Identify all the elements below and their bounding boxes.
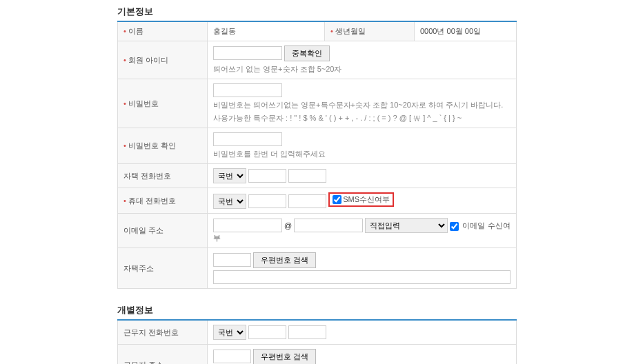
email-label: 이메일 주소 — [118, 214, 208, 248]
birth-value: 0000년 00월 00일 — [415, 21, 517, 41]
home-phone-last-input[interactable] — [288, 169, 326, 183]
work-phone-last-input[interactable] — [288, 325, 326, 339]
address-label: 자택주소 — [118, 248, 208, 289]
individual-info-title: 개별정보 — [117, 299, 517, 319]
work-zipcode-input[interactable] — [213, 350, 251, 363]
work-phone-label: 근무지 전화번호 — [118, 320, 208, 345]
sms-label: SMS수신여부 — [343, 194, 390, 205]
password-hint1: 비밀번호는 띄어쓰기없는 영문+특수문자+숫자 조합 10~20자로 하여 주시… — [213, 100, 511, 110]
email-domain-input[interactable] — [294, 219, 363, 232]
email-at: @ — [284, 221, 292, 230]
member-id-input[interactable] — [213, 46, 282, 60]
basic-info-table: 이름 홍길동 생년월일 0000년 00월 00일 회원 아이디 중복확인 띄어… — [117, 21, 517, 289]
name-value: 홍길동 — [208, 21, 325, 41]
home-phone-mid-input[interactable] — [248, 169, 286, 183]
sms-highlight: SMS수신여부 — [328, 192, 394, 207]
mobile-phone-last-input[interactable] — [288, 194, 326, 208]
password-confirm-input[interactable] — [213, 132, 282, 146]
check-duplicate-button[interactable]: 중복확인 — [284, 46, 330, 61]
member-id-label: 회원 아이디 — [118, 41, 208, 79]
mobile-phone-mid-input[interactable] — [248, 194, 286, 208]
zipcode-search-button[interactable]: 우편번호 검색 — [253, 252, 316, 268]
birth-label: 생년월일 — [325, 21, 415, 41]
address-detail-input[interactable] — [213, 270, 511, 284]
password-hint2: 사용가능한 특수문자 : ! " ! $ % & ' ( ) + + , - .… — [213, 113, 511, 123]
sms-checkbox[interactable] — [333, 195, 341, 204]
email-receive-checkbox[interactable] — [450, 222, 459, 231]
email-domain-select[interactable]: 직접입력 — [365, 218, 448, 233]
mobile-phone-area-select[interactable]: 국번 — [213, 194, 246, 209]
home-phone-area-select[interactable]: 국번 — [213, 168, 246, 183]
password-confirm-hint: 비밀번호를 한번 더 입력해주세요 — [213, 149, 511, 159]
individual-info-table: 근무지 전화번호 국번 근무지 주소 우편번호 검색 근무처 부서 — [117, 319, 517, 364]
work-address-label: 근무지 주소 — [118, 345, 208, 365]
work-zipcode-search-button[interactable]: 우편번호 검색 — [253, 349, 316, 364]
basic-info-title: 기본정보 — [117, 0, 517, 21]
member-id-hint: 띄어쓰기 없는 영문+숫자 조합 5~20자 — [213, 64, 511, 74]
email-local-input[interactable] — [213, 219, 282, 232]
password-label: 비밀번호 — [118, 79, 208, 128]
home-phone-label: 자택 전화번호 — [118, 164, 208, 188]
zipcode-input[interactable] — [213, 253, 251, 267]
name-label: 이름 — [118, 21, 208, 41]
password-input[interactable] — [213, 83, 282, 97]
work-phone-area-select[interactable]: 국번 — [213, 325, 246, 340]
mobile-phone-label: 휴대 전화번호 — [118, 188, 208, 214]
work-phone-mid-input[interactable] — [248, 325, 286, 339]
password-confirm-label: 비밀번호 확인 — [118, 128, 208, 164]
